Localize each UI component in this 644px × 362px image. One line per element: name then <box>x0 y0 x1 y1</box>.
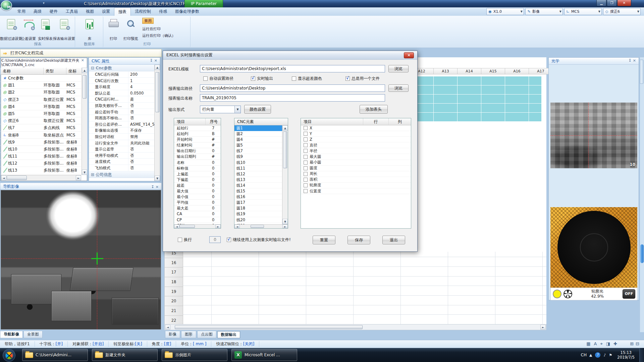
element-row[interactable]: 圆4 环形取圆 MCS <box>1 103 81 110</box>
sheet-column-header[interactable]: A13 <box>434 68 458 74</box>
color-settings-button[interactable]: 颜色设置 <box>244 105 271 114</box>
scrollbar-thumb[interactable] <box>251 225 264 228</box>
sheet-column-header[interactable]: A14 <box>458 68 481 74</box>
chevron-down-icon[interactable]: ▼ <box>234 106 240 113</box>
file-panel-vscrollbar[interactable]: ▲ ▼ <box>82 68 87 175</box>
status-item[interactable]: 单位：[ mm ] <box>176 341 211 347</box>
output-column-row[interactable]: 轮廓度 <box>301 183 411 188</box>
cnc-element-row[interactable]: 线9 <box>234 154 282 160</box>
report-items-list[interactable]: 项目 序号 起始行7 起始列B 开始时间# 结束时间# 输出日期行0 输出日期列… <box>174 118 221 229</box>
element-row[interactable]: 线12 多段矩形... 坐标8 <box>1 160 81 167</box>
output-column-row[interactable]: 最大圆 <box>301 154 411 160</box>
start-button[interactable] <box>3 349 15 362</box>
sheet-row-header[interactable]: 16 <box>164 258 183 268</box>
list-hscrollbar[interactable]: ◄ ► <box>234 224 288 228</box>
pin-icon[interactable]: ↧ <box>629 58 633 63</box>
scroll-down-icon[interactable]: ▼ <box>155 176 160 181</box>
report-item-row[interactable]: 起始列B <box>174 131 221 137</box>
element-row[interactable]: 线7 多点构线 MCS <box>1 124 81 131</box>
report-item-row[interactable]: 最大差0 <box>174 205 221 211</box>
checkbox-icon[interactable] <box>304 178 308 182</box>
browse-path-button[interactable]: 浏览 <box>388 84 409 92</box>
nav-panel-tab[interactable]: 导航影像 <box>0 331 23 338</box>
report-item-row[interactable]: 输出日期行0 <box>174 148 221 154</box>
ribbon-button[interactable]: 报表输出设置 <box>54 18 74 41</box>
property-row[interactable]: 超公差转手动 否 <box>89 109 160 115</box>
grid-icon[interactable]: ▦ <box>586 341 590 347</box>
print-preview-button[interactable]: 打印预览 <box>121 18 140 41</box>
scroll-down-icon[interactable]: ▼ <box>282 219 288 224</box>
property-row[interactable]: 运行安全文件 关闭此功能 <box>89 140 160 146</box>
cnc-element-row[interactable]: 线12 <box>234 171 282 177</box>
checkbox-icon[interactable] <box>304 137 308 141</box>
list-vscrollbar[interactable]: ▲ ▼ <box>282 125 288 224</box>
wrap-checkbox[interactable]: 换行 <box>178 237 192 243</box>
scrollbar-thumb[interactable] <box>283 131 287 168</box>
close-icon[interactable]: × <box>156 185 160 189</box>
overtolerance-color-checkbox[interactable]: 显示超差颜色 <box>292 76 322 81</box>
ribbon-tab[interactable]: 传感 <box>155 7 171 16</box>
property-row[interactable]: 形位公差评价... ASME_Y14_5 <box>89 121 160 128</box>
sheet-filled-cells[interactable] <box>410 76 541 121</box>
sheet-row-header[interactable]: 17 <box>164 267 183 277</box>
close-icon[interactable]: × <box>633 58 637 63</box>
column-header-coord[interactable]: 坐标 <box>66 68 81 74</box>
dialog-close-button[interactable]: × <box>404 52 414 58</box>
single-file-checkbox[interactable]: 总是用一个文件 <box>345 76 380 81</box>
segment-light-icon[interactable] <box>564 290 572 298</box>
cnc-element-row[interactable]: 圆5 <box>234 142 282 148</box>
ribbon-tab[interactable]: 高级 <box>30 7 46 16</box>
property-row[interactable]: 同画面不移动... 否 <box>89 115 160 121</box>
checkbox-icon[interactable] <box>304 149 308 153</box>
scroll-right-icon[interactable]: ► <box>540 325 546 329</box>
section-company-info[interactable]: ⊞ 公司信息 <box>89 171 160 178</box>
scrollbar-thumb[interactable] <box>7 176 27 180</box>
ribbon-tab[interactable]: 图像处理参数 <box>171 7 203 16</box>
dialog-title-bar[interactable]: EXCEL 实时报表输出设置 <box>163 51 417 60</box>
report-item-row[interactable]: 输出日期列# <box>174 154 221 160</box>
scroll-up-icon[interactable]: ▲ <box>82 68 87 73</box>
taskbar-button[interactable]: C:\Users\Admini... <box>22 349 88 361</box>
output-column-row[interactable]: Z <box>301 137 411 142</box>
report-item-row[interactable]: 结束时间# <box>174 142 221 148</box>
ribbon-tab[interactable]: 流程控制 <box>131 7 155 16</box>
cnc-element-row[interactable]: 线14 <box>234 183 282 188</box>
element-row[interactable]: 线11 多段矩形... 坐标8 <box>1 153 81 160</box>
report-item-row[interactable]: 开始时间# <box>174 137 221 142</box>
list-hscrollbar[interactable]: ◄ ► <box>174 224 221 228</box>
cnc-element-row[interactable]: 圆2 <box>234 131 282 137</box>
element-row[interactable]: 线10 多段矩形... 坐标8 <box>1 146 81 153</box>
scroll-up-icon[interactable]: ▲ <box>282 125 288 131</box>
chevron-down-icon[interactable]: ▼ <box>598 10 600 13</box>
light-off-button[interactable]: OFF <box>623 289 635 299</box>
output-column-row[interactable]: 最小圆 <box>301 160 411 166</box>
checkbox-icon[interactable] <box>304 183 308 187</box>
property-row[interactable]: 抓取失败转手... 否 <box>89 103 160 109</box>
toolbar-combo[interactable]: ∟ MCS ▼ <box>564 8 602 15</box>
ribbon-tab[interactable]: 视图 <box>82 7 98 16</box>
ribbon-tab[interactable]: 工具箱 <box>62 7 82 16</box>
exit-button[interactable]: 退出 <box>382 236 405 244</box>
toolbar-combo[interactable]: ◉ X1.0 ▼ <box>486 8 524 15</box>
report-sheet-grid[interactable]: 1516171819202122 <box>164 252 546 324</box>
cnc-element-row[interactable]: 圆1 <box>234 125 282 131</box>
column-header-type[interactable]: 类型 <box>44 68 66 74</box>
sheet-column-header[interactable]: A15 <box>481 68 505 74</box>
property-row[interactable]: CNC运行时... 是 <box>89 96 160 103</box>
library-button[interactable]: 库 <box>79 18 100 41</box>
browse-template-button[interactable]: 浏览 <box>388 65 409 72</box>
output-column-row[interactable]: 周长 <box>301 171 411 177</box>
property-row[interactable]: 飞拍模式 否 <box>89 165 160 171</box>
checkbox-icon[interactable] <box>304 189 308 193</box>
checkbox-icon[interactable] <box>304 172 308 176</box>
chevron-down-icon[interactable]: ▼ <box>521 10 523 13</box>
reset-button[interactable]: 重置 <box>313 236 335 244</box>
scroll-left-icon[interactable]: ◄ <box>1 175 6 180</box>
status-item[interactable]: 转至极坐标:[关] <box>109 341 147 347</box>
status-item[interactable]: 角度：[度] <box>147 341 176 347</box>
report-item-row[interactable]: 最小值0 <box>174 194 221 200</box>
file-panel-hscrollbar[interactable]: ◄ ► <box>1 175 81 180</box>
camera-live-view[interactable] <box>550 207 637 288</box>
output-column-row[interactable]: X <box>301 125 411 131</box>
status-corner-icons[interactable]: ⊞⊟ <box>630 341 641 346</box>
